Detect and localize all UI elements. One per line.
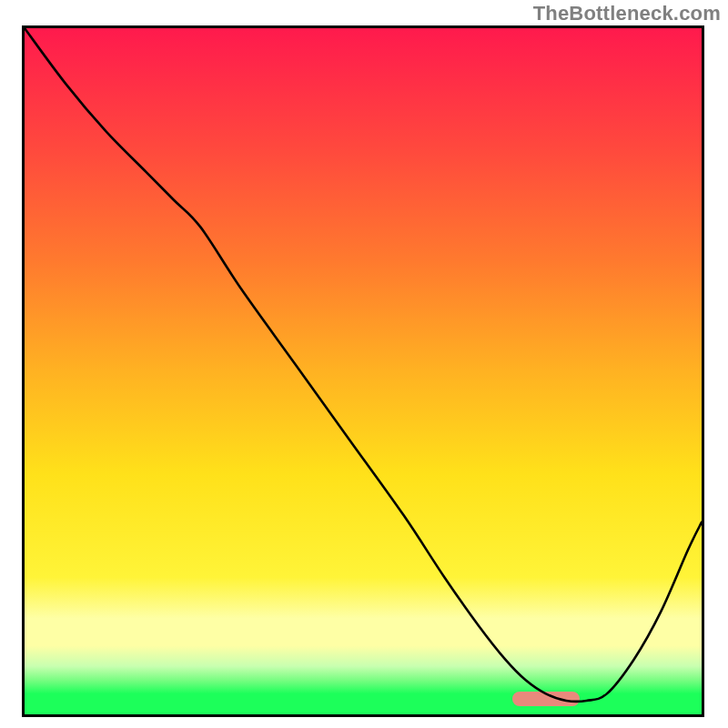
chart-background-gradient	[25, 28, 702, 714]
watermark-text: TheBottleneck.com	[533, 2, 721, 25]
chart-area	[22, 25, 704, 717]
optimal-range-marker	[512, 692, 580, 706]
